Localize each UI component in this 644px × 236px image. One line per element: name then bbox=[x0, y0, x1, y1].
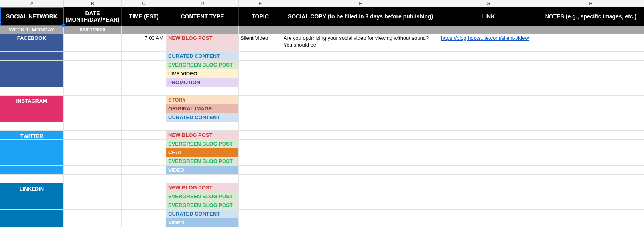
notes-cell[interactable] bbox=[538, 131, 644, 140]
time-cell[interactable] bbox=[122, 166, 166, 175]
week-row-cell[interactable] bbox=[239, 26, 282, 34]
date-cell[interactable] bbox=[64, 96, 122, 104]
time-cell[interactable] bbox=[122, 78, 166, 87]
network-instagram[interactable]: INSTAGRAM bbox=[0, 96, 64, 104]
spreadsheet-grid[interactable]: ABCDEFGHSOCIAL NETWORKDATE (MONTH/DAY/YE… bbox=[0, 0, 644, 227]
time-cell[interactable] bbox=[122, 183, 166, 192]
network-linkedin[interactable]: LINKEDIN bbox=[0, 183, 64, 192]
date-cell[interactable] bbox=[64, 157, 122, 166]
date-cell[interactable] bbox=[64, 175, 122, 183]
network-facebook[interactable] bbox=[0, 52, 64, 61]
topic-cell[interactable] bbox=[239, 210, 282, 218]
network-facebook[interactable]: FACEBOOK bbox=[0, 34, 64, 52]
topic-cell[interactable] bbox=[239, 87, 282, 96]
date-cell[interactable] bbox=[64, 201, 122, 210]
time-cell[interactable] bbox=[122, 201, 166, 210]
social-copy-cell[interactable] bbox=[282, 69, 439, 78]
content-type-cell[interactable]: STORY bbox=[166, 96, 239, 104]
column-header[interactable]: F bbox=[282, 0, 439, 7]
notes-cell[interactable] bbox=[538, 113, 644, 122]
time-cell[interactable] bbox=[122, 218, 166, 227]
header-cell[interactable]: LINK bbox=[439, 7, 538, 26]
content-type-cell[interactable]: EVERGREEN BLOG POST bbox=[166, 201, 239, 210]
link-cell[interactable] bbox=[439, 131, 538, 140]
week-row-cell[interactable]: 06/01/2020 bbox=[64, 26, 122, 34]
link-cell[interactable] bbox=[439, 104, 538, 113]
network-facebook[interactable] bbox=[0, 69, 64, 78]
content-type-cell[interactable]: EVERGREEN BLOG POST bbox=[166, 140, 239, 148]
link[interactable]: https://blog.hootsuite.com/silent-video/ bbox=[441, 35, 529, 42]
network-twitter[interactable] bbox=[0, 148, 64, 157]
social-copy-cell[interactable] bbox=[282, 131, 439, 140]
link-cell[interactable] bbox=[439, 218, 538, 227]
column-header[interactable]: C bbox=[122, 0, 166, 7]
column-header[interactable]: A bbox=[0, 0, 64, 7]
social-copy-cell[interactable] bbox=[282, 148, 439, 157]
content-type-cell[interactable]: PROMOTION bbox=[166, 78, 239, 87]
social-copy-cell[interactable] bbox=[282, 192, 439, 201]
date-cell[interactable] bbox=[64, 122, 122, 131]
date-cell[interactable] bbox=[64, 131, 122, 140]
content-type-cell[interactable]: CURATED CONTENT bbox=[166, 52, 239, 61]
topic-cell[interactable] bbox=[239, 166, 282, 175]
week-row-cell[interactable] bbox=[538, 26, 644, 34]
time-cell[interactable] bbox=[122, 140, 166, 148]
social-copy-cell[interactable] bbox=[282, 166, 439, 175]
topic-cell[interactable] bbox=[239, 157, 282, 166]
link-cell[interactable] bbox=[439, 61, 538, 69]
network-cell[interactable] bbox=[0, 175, 64, 183]
week-row-cell[interactable]: WEEK 1: MONDAY bbox=[0, 26, 64, 34]
notes-cell[interactable] bbox=[538, 210, 644, 218]
content-type-cell[interactable]: EVERGREEN BLOG POST bbox=[166, 157, 239, 166]
notes-cell[interactable] bbox=[538, 34, 644, 52]
link-cell[interactable] bbox=[439, 166, 538, 175]
topic-cell[interactable] bbox=[239, 175, 282, 183]
time-cell[interactable] bbox=[122, 61, 166, 69]
link-cell[interactable] bbox=[439, 52, 538, 61]
network-instagram[interactable] bbox=[0, 104, 64, 113]
header-cell[interactable]: NOTES (e.g., specific images, etc.) bbox=[538, 7, 644, 26]
date-cell[interactable] bbox=[64, 140, 122, 148]
content-type-cell[interactable]: EVERGREEN BLOG POST bbox=[166, 61, 239, 69]
social-copy-cell[interactable] bbox=[282, 96, 439, 104]
topic-cell[interactable] bbox=[239, 122, 282, 131]
week-row-cell[interactable] bbox=[122, 26, 166, 34]
social-copy-cell[interactable] bbox=[282, 140, 439, 148]
header-cell[interactable]: SOCIAL NETWORK bbox=[0, 7, 64, 26]
link-cell[interactable]: https://blog.hootsuite.com/silent-video/ bbox=[439, 34, 538, 52]
date-cell[interactable] bbox=[64, 148, 122, 157]
date-cell[interactable] bbox=[64, 113, 122, 122]
link-cell[interactable] bbox=[439, 69, 538, 78]
notes-cell[interactable] bbox=[538, 104, 644, 113]
topic-cell[interactable] bbox=[239, 148, 282, 157]
notes-cell[interactable] bbox=[538, 192, 644, 201]
social-copy-cell[interactable] bbox=[282, 122, 439, 131]
notes-cell[interactable] bbox=[538, 69, 644, 78]
topic-cell[interactable] bbox=[239, 69, 282, 78]
column-header[interactable]: E bbox=[239, 0, 282, 7]
notes-cell[interactable] bbox=[538, 52, 644, 61]
social-copy-cell[interactable] bbox=[282, 104, 439, 113]
time-cell[interactable] bbox=[122, 87, 166, 96]
social-copy-cell[interactable] bbox=[282, 87, 439, 96]
topic-cell[interactable] bbox=[239, 140, 282, 148]
social-copy-cell[interactable] bbox=[282, 113, 439, 122]
network-cell[interactable] bbox=[0, 87, 64, 96]
header-cell[interactable]: SOCIAL COPY (to be filled in 3 days befo… bbox=[282, 7, 439, 26]
social-copy-cell[interactable] bbox=[282, 218, 439, 227]
network-twitter[interactable] bbox=[0, 157, 64, 166]
time-cell[interactable] bbox=[122, 69, 166, 78]
time-cell[interactable] bbox=[122, 157, 166, 166]
column-header[interactable]: G bbox=[439, 0, 538, 7]
content-type-cell[interactable]: VIDEO bbox=[166, 166, 239, 175]
social-copy-cell[interactable] bbox=[282, 201, 439, 210]
topic-cell[interactable] bbox=[239, 104, 282, 113]
header-cell[interactable]: DATE (MONTH/DAY/YEAR) bbox=[64, 7, 122, 26]
content-type-cell[interactable]: CURATED CONTENT bbox=[166, 210, 239, 218]
link-cell[interactable] bbox=[439, 96, 538, 104]
network-linkedin[interactable] bbox=[0, 201, 64, 210]
time-cell[interactable]: 7:00 AM bbox=[122, 34, 166, 52]
notes-cell[interactable] bbox=[538, 140, 644, 148]
time-cell[interactable] bbox=[122, 52, 166, 61]
topic-cell[interactable] bbox=[239, 131, 282, 140]
